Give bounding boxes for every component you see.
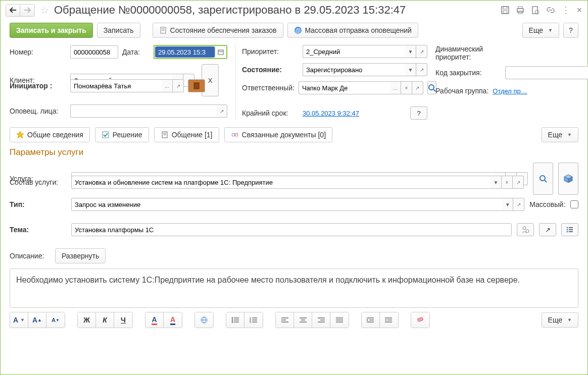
- rt-font-increase-button[interactable]: A▲: [28, 312, 46, 328]
- svg-rect-0: [502, 7, 509, 14]
- nav-back-button[interactable]: [6, 5, 20, 16]
- number-input[interactable]: [70, 45, 118, 59]
- priority-input[interactable]: [303, 45, 405, 58]
- composition-dropdown-button[interactable]: ▼: [491, 176, 502, 189]
- toolbar-more-label: Еще: [529, 26, 544, 34]
- mass-label: Массовый:: [529, 200, 565, 208]
- save-icon[interactable]: [501, 6, 510, 15]
- initiator-more-button[interactable]: …: [162, 79, 173, 92]
- state-open-button[interactable]: ↗: [416, 63, 427, 76]
- tabs-more-button[interactable]: Еще ▼: [542, 127, 578, 142]
- mass-checkbox[interactable]: [570, 200, 578, 208]
- mass-notify-button[interactable]: @ Массовая отправка оповещений: [287, 23, 418, 38]
- svg-point-24: [235, 133, 238, 136]
- rt-more-label: Еще: [548, 316, 563, 324]
- nav-forward-button[interactable]: [20, 5, 34, 16]
- rt-align-right-button[interactable]: [312, 312, 330, 328]
- tab-general[interactable]: Общие сведения: [10, 127, 90, 142]
- notify-open-button[interactable]: ↗: [216, 104, 227, 118]
- rt-color-button[interactable]: A: [164, 312, 182, 328]
- svg-marker-66: [367, 319, 368, 321]
- svg-point-23: [232, 133, 235, 136]
- tab-communication[interactable]: Общение [1]: [154, 127, 219, 142]
- calendar-icon[interactable]: [215, 46, 226, 58]
- state-label: Состояние:: [242, 66, 299, 74]
- svg-point-41: [231, 317, 233, 319]
- type-dropdown-button[interactable]: ▼: [502, 198, 513, 211]
- responsible-more-button[interactable]: …: [390, 81, 401, 94]
- supply-state-button[interactable]: Состояние обеспечения заказов: [153, 23, 283, 38]
- tab-solution[interactable]: Решение: [95, 127, 149, 142]
- rt-align-center-button[interactable]: [294, 312, 312, 328]
- state-input[interactable]: [303, 63, 405, 76]
- rt-hyperlink-button[interactable]: [195, 312, 213, 328]
- type-label: Тип:: [10, 200, 66, 208]
- date-input[interactable]: [155, 46, 215, 58]
- deadline-help-button[interactable]: ?: [410, 106, 427, 120]
- notify-persons-input[interactable]: [70, 104, 216, 118]
- rt-font-decrease-button[interactable]: A▼: [46, 312, 65, 328]
- subject-user-button[interactable]: [517, 223, 534, 236]
- composition-open-button[interactable]: ↗: [513, 176, 524, 189]
- expand-button[interactable]: Развернуть: [55, 248, 106, 263]
- deadline-label: Крайний срок:: [242, 109, 299, 117]
- responsible-label: Ответственный:: [242, 84, 295, 92]
- checklist-icon: [102, 131, 110, 139]
- close-code-input[interactable]: [505, 66, 588, 79]
- tabs-more-label: Еще: [548, 131, 563, 139]
- rt-bold-button[interactable]: Ж: [78, 312, 96, 328]
- priority-open-button[interactable]: ↗: [416, 45, 427, 58]
- rt-italic-button[interactable]: К: [96, 312, 114, 328]
- state-dropdown-button[interactable]: ▼: [405, 63, 416, 76]
- link-icon[interactable]: [546, 6, 555, 15]
- favorite-star-icon[interactable]: ☆: [40, 4, 49, 16]
- svg-rect-19: [103, 132, 109, 138]
- report-icon[interactable]: [531, 6, 540, 15]
- tab-linked-docs[interactable]: Связанные документы [0]: [224, 127, 333, 142]
- rt-more-button[interactable]: Еще ▼: [542, 312, 578, 328]
- chevron-down-icon: ▼: [567, 132, 572, 137]
- svg-text:@: @: [295, 27, 301, 33]
- svg-marker-70: [385, 319, 386, 321]
- priority-dropdown-button[interactable]: ▼: [405, 45, 416, 58]
- rt-highlight-button[interactable]: A: [145, 312, 164, 328]
- rt-outdent-button[interactable]: [380, 312, 398, 328]
- svg-point-30: [523, 227, 526, 230]
- section-title-service-params: Параметры услуги: [1, 145, 587, 159]
- composition-clear-button[interactable]: ×: [502, 176, 513, 189]
- responsible-input[interactable]: [299, 81, 390, 94]
- subject-list-button[interactable]: [561, 223, 578, 236]
- description-text[interactable]: Необходимо установить систему 1С:Предпри…: [10, 269, 578, 308]
- toolbar-more-button[interactable]: Еще ▼: [522, 23, 559, 38]
- rt-bullet-list-button[interactable]: [226, 312, 244, 328]
- subject-open-button[interactable]: ↗: [539, 223, 556, 236]
- save-and-close-button[interactable]: Записать и закрыть: [10, 23, 93, 38]
- responsible-clear-button[interactable]: ×: [401, 81, 412, 94]
- dyn-priority-label: Динамический приоритет:: [435, 45, 501, 61]
- type-open-button[interactable]: ↗: [513, 198, 524, 211]
- print-icon[interactable]: [516, 6, 525, 15]
- rt-font-button[interactable]: A▼: [10, 312, 28, 328]
- rt-align-left-button[interactable]: [276, 312, 294, 328]
- close-icon[interactable]: ✕: [576, 6, 582, 14]
- chevron-down-icon: ▼: [567, 317, 572, 323]
- page-title: Обращение №0000000058, зарегистрировано …: [54, 4, 498, 17]
- rt-number-list-button[interactable]: 123: [244, 312, 263, 328]
- rt-eraser-button[interactable]: [411, 312, 429, 328]
- deadline-link[interactable]: 30.05.2023 9:32:47: [303, 110, 359, 117]
- address-book-button[interactable]: [188, 79, 205, 92]
- rt-underline-button[interactable]: Ч: [114, 312, 132, 328]
- save-button[interactable]: Записать: [97, 23, 140, 38]
- responsible-open-button[interactable]: ↗: [412, 81, 423, 94]
- initiator-input[interactable]: [70, 79, 162, 92]
- composition-input[interactable]: [71, 176, 491, 189]
- rt-indent-button[interactable]: [362, 312, 380, 328]
- workgroup-link[interactable]: Отдел пр…: [493, 87, 588, 95]
- close-code-label: Код закрытия:: [435, 69, 501, 77]
- type-input[interactable]: [71, 198, 502, 211]
- rt-align-justify-button[interactable]: [330, 312, 349, 328]
- more-menu-icon[interactable]: ⋮: [561, 5, 570, 16]
- initiator-open-button[interactable]: ↗: [173, 79, 184, 92]
- subject-input[interactable]: [71, 223, 512, 236]
- help-button[interactable]: ?: [563, 23, 578, 38]
